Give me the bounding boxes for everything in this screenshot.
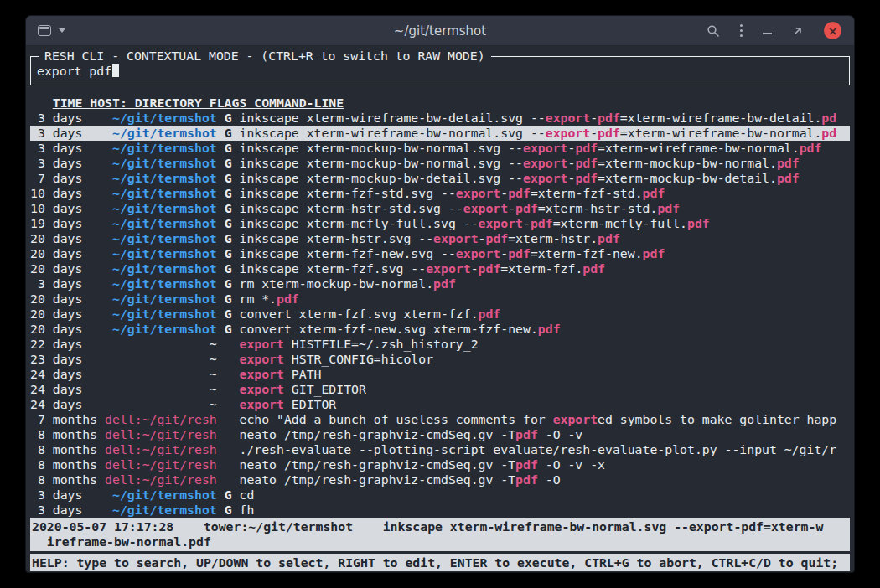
command-text: GIT_EDITOR [284, 382, 366, 396]
time-cell: 20 days [30, 322, 105, 336]
close-button[interactable]: × [824, 22, 841, 39]
history-row[interactable]: 7 months dell:~/git/resh echo "Add a bun… [30, 412, 850, 427]
time-cell: 3 days [30, 503, 105, 517]
restore-button[interactable] [792, 25, 804, 37]
directory-cell: ~ [105, 337, 217, 351]
history-row[interactable]: 20 days ~/git/termshot G inkscape xterm-… [30, 246, 850, 261]
flags-cell: G [217, 231, 240, 245]
command-match: export [479, 216, 523, 230]
time-cell: 10 days [30, 186, 105, 200]
command-text: echo "Add a bunch of useless comments fo… [239, 412, 552, 426]
command-match: pdf [433, 276, 456, 291]
time-cell: 24 days [30, 397, 105, 411]
history-row[interactable]: 23 days ~ export HSTR_CONFIG=hicolor [30, 352, 850, 367]
command-text: inkscape xterm-wireframe-bw-normal.svg -… [239, 126, 545, 140]
command-text: inkscape xterm-mcfly-full.svg -- [239, 216, 478, 230]
command-match: export [523, 171, 567, 185]
command-text: neato /tmp/resh-graphviz-cmdSeq.gv -T [239, 457, 515, 472]
history-row[interactable]: 7 days ~/git/termshot G inkscape xterm-m… [30, 171, 850, 186]
flags-cell: G [217, 126, 240, 140]
command-text: -O -v -x [538, 457, 605, 472]
command-text: HSTR_CONFIG=hicolor [284, 352, 433, 366]
history-row[interactable]: 3 days ~/git/termshot G inkscape xterm-m… [30, 141, 850, 156]
command-match: pdf [515, 427, 538, 441]
directory-cell: ~/git/termshot [105, 261, 217, 276]
search-input[interactable]: export pdf [37, 64, 843, 79]
flags-cell [217, 472, 240, 487]
command-match: pdf [485, 231, 508, 245]
window-title: ~/git/termshot [394, 23, 486, 39]
command-match: pdf [575, 141, 598, 155]
directory-cell: ~/git/termshot [105, 156, 217, 170]
directory-cell: ~ [105, 352, 217, 366]
flags-cell: G [217, 307, 240, 321]
command-text: inkscape xterm-hstr.svg -- [239, 231, 433, 245]
command-text: fh [239, 503, 254, 517]
directory-cell: ~/git/termshot [105, 216, 217, 230]
chevron-down-icon [59, 28, 65, 33]
search-button[interactable] [707, 24, 720, 38]
history-row[interactable]: 8 months dell:~/git/resh neato /tmp/resh… [30, 427, 850, 442]
terminal-content: RESH CLI - CONTEXTUAL MODE - (CTRL+R to … [26, 46, 854, 573]
directory-cell: dell:~/git/resh [105, 442, 217, 456]
titlebar-left-group [38, 25, 65, 36]
history-row[interactable]: 20 days ~/git/termshot G convert xterm-f… [30, 307, 850, 322]
history-row[interactable]: 24 days ~ export GIT_EDITOR [30, 382, 850, 397]
history-row[interactable]: 8 months dell:~/git/resh neato /tmp/resh… [30, 457, 850, 472]
directory-cell: dell:~/git/resh [105, 412, 217, 426]
search-box[interactable]: RESH CLI - CONTEXTUAL MODE - (CTRL+R to … [30, 56, 850, 85]
history-row[interactable]: 3 days ~/git/termshot G rm xterm-mockup-… [30, 276, 850, 291]
command-text: HISTFILE=~/.zsh_history_2 [284, 337, 479, 351]
command-text: =xterm-wireframe-bw-normal. [620, 126, 822, 140]
directory-cell: ~/git/termshot [105, 126, 217, 140]
history-row[interactable]: 8 months dell:~/git/resh neato /tmp/resh… [30, 472, 850, 487]
new-tab-button[interactable] [38, 25, 51, 36]
history-row[interactable]: 3 days ~/git/termshot G inkscape xterm-w… [30, 126, 850, 141]
command-match: pdf [777, 171, 800, 185]
history-row[interactable]: 20 days ~/git/termshot G rm *.pdf [30, 291, 850, 307]
history-row[interactable]: 10 days ~/git/termshot G inkscape xterm-… [30, 201, 850, 216]
time-cell: 8 months [30, 472, 105, 487]
history-row[interactable]: 8 months dell:~/git/resh ./resh-evaluate… [30, 442, 850, 457]
directory-cell: ~/git/termshot [105, 141, 217, 155]
minimize-button[interactable] [763, 27, 772, 34]
history-row[interactable]: 3 days ~/git/termshot G inkscape xterm-w… [30, 111, 850, 126]
command-text: rm *. [239, 291, 277, 306]
command-match: pdf [538, 322, 561, 336]
command-text: - [590, 126, 598, 140]
history-row[interactable]: 20 days ~/git/termshot G convert xterm-f… [30, 322, 850, 337]
time-cell: 23 days [30, 352, 105, 366]
time-cell: 3 days [30, 276, 105, 291]
command-match: export [239, 382, 283, 396]
command-text: inkscape xterm-mockup-bw-normal.svg -- [239, 156, 523, 170]
command-match: export [546, 111, 590, 125]
menu-button[interactable] [740, 24, 743, 37]
command-text: -O [538, 472, 561, 487]
command-text: =xterm-hstr-std. [538, 201, 658, 215]
history-row[interactable]: 10 days ~/git/termshot G inkscape xterm-… [30, 186, 850, 201]
history-row[interactable]: 3 days ~/git/termshot G fh [30, 503, 850, 518]
history-row[interactable]: 24 days ~ export PATH [30, 367, 850, 382]
command-match: pdf [479, 261, 501, 276]
flags-cell [217, 427, 240, 441]
history-row[interactable]: 24 days ~ export EDITOR [30, 397, 850, 412]
command-match: export [456, 246, 500, 260]
directory-cell: ~/git/termshot [105, 246, 217, 260]
command-match: pdf [598, 231, 620, 245]
command-text: =xterm-wireframe-bw-detail. [620, 111, 822, 125]
command-match: export [426, 261, 470, 276]
history-row[interactable]: 20 days ~/git/termshot G inkscape xterm-… [30, 231, 850, 246]
time-cell: 8 months [30, 427, 105, 441]
history-row[interactable]: 19 days ~/git/termshot G inkscape xterm-… [30, 216, 850, 231]
history-row[interactable]: 3 days ~/git/termshot G cd [30, 487, 850, 503]
directory-cell: ~/git/termshot [105, 111, 217, 125]
time-cell: 20 days [30, 231, 105, 245]
history-row[interactable]: 20 days ~/git/termshot G inkscape xterm-… [30, 261, 850, 276]
history-row[interactable]: 22 days ~ export HISTFILE=~/.zsh_history… [30, 337, 850, 352]
command-text: - [500, 246, 508, 260]
tab-list-dropdown[interactable] [59, 28, 65, 33]
history-row[interactable]: 3 days ~/git/termshot G inkscape xterm-m… [30, 156, 850, 171]
time-cell: 3 days [30, 487, 105, 502]
minimize-icon [763, 33, 772, 34]
command-match: pdf [800, 141, 822, 155]
